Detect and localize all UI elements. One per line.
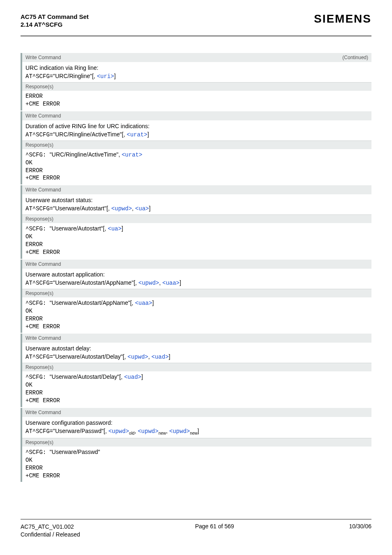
section-band: Write Command(Continued)	[22, 53, 371, 62]
param-link[interactable]: <upwd>	[108, 428, 129, 435]
response-body: ^SCFG: "Userware/Passwd"OKERROR+CME ERRO…	[22, 447, 371, 482]
command-section-autostart-delay: Write CommandUserware autostart delay:AT…	[21, 334, 371, 407]
param-subscript: new	[190, 431, 197, 435]
response-ok: OK	[25, 233, 368, 241]
response-ok: OK	[25, 381, 368, 389]
doc-section: 2.14 AT^SCFG	[21, 21, 89, 28]
footer-page: Page 61 of 569	[195, 523, 234, 539]
response-error: ERROR	[25, 92, 368, 100]
footer-version: AC75_ATC_V01.002	[21, 523, 80, 531]
response-error: ERROR	[25, 464, 368, 472]
command-section-autostart-app: Write CommandUserware autostart applicat…	[21, 260, 371, 333]
section-band: Write Command	[22, 334, 371, 343]
param-link[interactable]: <urat>	[122, 152, 142, 158]
param-link[interactable]: <upwd>	[127, 354, 148, 360]
param-link[interactable]: <upwd>	[138, 428, 158, 435]
response-cme-error: +CME ERROR	[25, 397, 368, 405]
response-ok: OK	[25, 159, 368, 167]
command-syntax: AT^SCFG="Userware/Autostart/Delay"[, <up…	[22, 353, 371, 363]
response-cme-error: +CME ERROR	[25, 100, 368, 108]
command-description: Userware autostart status:	[22, 194, 371, 205]
response-cme-error: +CME ERROR	[25, 174, 368, 182]
command-syntax: AT^SCFG="URC/Ringline/ActiveTime"[, <ura…	[22, 131, 371, 140]
response-cme-error: +CME ERROR	[25, 472, 368, 480]
command-description: Userware autostart application:	[22, 269, 371, 279]
responses-label: Response(s)	[22, 214, 371, 223]
param-link[interactable]: <ua>	[135, 205, 149, 212]
param-subscript: new	[159, 431, 166, 435]
write-command-label: Write Command	[25, 410, 61, 415]
command-section-ringline-active: Write CommandDuration of active RING lin…	[21, 111, 371, 185]
response-body: ERROR+CME ERROR	[22, 91, 371, 111]
command-syntax: AT^SCFG="Userware/Autostart/AppName"[, <…	[22, 279, 371, 289]
param-link[interactable]: <uad>	[124, 374, 141, 380]
continued-label: (Continued)	[342, 55, 368, 60]
response-error: ERROR	[25, 167, 368, 175]
brand-logo: SIEMENS	[314, 12, 371, 25]
section-band: Write Command	[22, 408, 371, 417]
section-band: Write Command	[22, 111, 371, 120]
param-link[interactable]: <uad>	[152, 354, 169, 360]
param-link[interactable]: <uri>	[97, 73, 114, 80]
response-cme-error: +CME ERROR	[25, 249, 368, 256]
section-band: Write Command	[22, 185, 371, 194]
command-syntax: AT^SCFG="Userware/Autostart"[, <upwd>, <…	[22, 205, 371, 214]
param-link[interactable]: <upwd>	[138, 280, 159, 286]
command-description: URC indication via Ring line:	[22, 62, 371, 73]
command-description: Userware autostart delay:	[22, 343, 371, 353]
footer-confidential: Confidential / Released	[21, 531, 80, 539]
command-syntax: AT^SCFG="Userware/Passwd"[, <upwd>old, <…	[22, 428, 371, 438]
write-command-label: Write Command	[25, 261, 61, 267]
param-link[interactable]: <upwd>	[111, 205, 132, 212]
response-ok: OK	[25, 456, 368, 464]
command-syntax: AT^SCFG="URC/Ringline"[, <uri>]	[22, 73, 371, 82]
responses-label: Response(s)	[22, 82, 371, 91]
command-section-autostart: Write CommandUserware autostart status:A…	[21, 185, 371, 259]
write-command-label: Write Command	[25, 55, 61, 60]
footer-date: 10/30/06	[349, 523, 372, 539]
response-ok: OK	[25, 307, 368, 315]
responses-label: Response(s)	[22, 363, 371, 371]
response-error: ERROR	[25, 389, 368, 397]
param-link[interactable]: <urat>	[127, 131, 147, 138]
response-error: ERROR	[25, 315, 368, 323]
response-cme-error: +CME ERROR	[25, 323, 368, 331]
param-link[interactable]: <ua>	[108, 226, 122, 232]
write-command-label: Write Command	[25, 335, 61, 341]
responses-label: Response(s)	[22, 438, 371, 447]
page-header: AC75 AT Command Set 2.14 AT^SCFG SIEMENS	[21, 12, 371, 33]
response-body: ^SCFG: "Userware/Autostart"[, <ua>]OKERR…	[22, 223, 371, 259]
command-description: Userware configuration password:	[22, 417, 371, 428]
responses-label: Response(s)	[22, 140, 371, 149]
section-band: Write Command	[22, 260, 371, 269]
header-divider	[21, 35, 371, 37]
write-command-label: Write Command	[25, 113, 61, 119]
responses-label: Response(s)	[22, 289, 371, 297]
response-body: ^SCFG: "Userware/Autostart/Delay"[, <uad…	[22, 371, 371, 407]
param-link[interactable]: <uaa>	[135, 300, 152, 306]
param-link[interactable]: <uaa>	[162, 280, 180, 286]
response-error: ERROR	[25, 241, 368, 249]
command-description: Duration of active RING line for URC ind…	[22, 120, 371, 131]
command-section-passwd: Write CommandUserware configuration pass…	[21, 408, 371, 482]
response-body: ^SCFG: "URC/Ringline/ActiveTime", <urat>…	[22, 149, 371, 185]
page-footer: AC75_ATC_V01.002 Confidential / Released…	[21, 519, 371, 539]
response-body: ^SCFG: "Userware/Autostart/AppName"[, <u…	[22, 297, 371, 333]
command-section-ringline: Write Command(Continued)URC indication v…	[21, 53, 371, 111]
param-link[interactable]: <upwd>	[169, 428, 190, 435]
param-subscript: old	[129, 431, 134, 435]
doc-title: AC75 AT Command Set	[21, 12, 89, 21]
write-command-label: Write Command	[25, 187, 61, 193]
